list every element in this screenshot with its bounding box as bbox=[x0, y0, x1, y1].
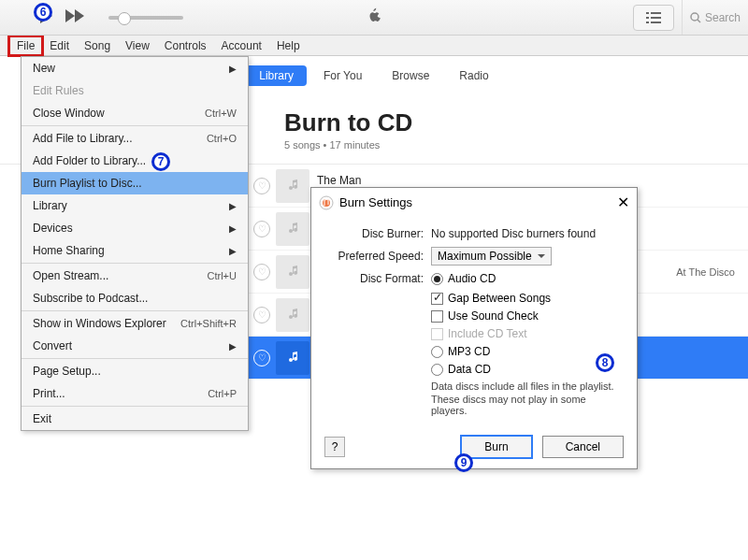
menu-item-close-window[interactable]: Close WindowCtrl+W bbox=[22, 102, 248, 124]
menu-file[interactable]: File bbox=[9, 36, 42, 55]
menu-shortcut: Ctrl+P bbox=[208, 388, 237, 399]
file-dropdown: New▶Edit RulesClose WindowCtrl+WAdd File… bbox=[21, 56, 249, 431]
player-bar: Search bbox=[0, 0, 748, 36]
menu-item-label: New bbox=[33, 62, 55, 75]
annotation-6: 6 bbox=[34, 3, 52, 22]
menu-item-label: Subscribe to Podcast... bbox=[33, 292, 148, 305]
svg-rect-6 bbox=[651, 17, 661, 19]
list-view-button[interactable] bbox=[633, 5, 674, 31]
annotation-8: 8 bbox=[596, 353, 614, 372]
burn-settings-dialog: Burn Settings ✕ Disc Burner: No supporte… bbox=[310, 187, 638, 469]
menu-item-subscribe-to-podcast[interactable]: Subscribe to Podcast... bbox=[22, 287, 248, 309]
svg-point-12 bbox=[323, 199, 330, 207]
tab-browse[interactable]: Browse bbox=[379, 65, 442, 86]
menu-view[interactable]: View bbox=[118, 36, 157, 55]
menu-item-burn-playlist-to-disc[interactable]: Burn Playlist to Disc... bbox=[22, 172, 248, 194]
svg-marker-1 bbox=[65, 9, 75, 22]
menu-edit[interactable]: Edit bbox=[42, 36, 77, 55]
cancel-button[interactable]: Cancel bbox=[542, 436, 624, 458]
menu-item-convert[interactable]: Convert▶ bbox=[22, 335, 248, 357]
gap-label: Gap Between Songs bbox=[448, 292, 551, 305]
tab-radio[interactable]: Radio bbox=[446, 65, 501, 86]
chevron-right-icon: ▶ bbox=[229, 64, 237, 74]
mp3cd-label: MP3 CD bbox=[448, 345, 490, 358]
page-subtitle: 5 songs • 17 minutes bbox=[284, 139, 748, 151]
menu-item-show-in-windows-explorer[interactable]: Show in Windows ExplorerCtrl+Shift+R bbox=[22, 312, 248, 335]
favorite-icon[interactable]: ♡ bbox=[253, 264, 270, 280]
menu-item-library[interactable]: Library▶ bbox=[22, 194, 248, 217]
chevron-right-icon: ▶ bbox=[229, 223, 237, 234]
menu-item-exit[interactable]: Exit bbox=[22, 408, 248, 430]
menu-item-label: Home Sharing bbox=[33, 244, 105, 257]
check-cd-text[interactable] bbox=[431, 328, 443, 340]
menu-song[interactable]: Song bbox=[77, 36, 118, 55]
svg-rect-5 bbox=[646, 17, 649, 19]
svg-rect-8 bbox=[651, 22, 661, 23]
radio-mp3-cd[interactable] bbox=[431, 346, 443, 358]
svg-rect-4 bbox=[651, 12, 661, 14]
radio-data-cd[interactable] bbox=[431, 364, 443, 376]
burner-value: No supported Disc burners found bbox=[431, 227, 596, 240]
check-sound-check[interactable] bbox=[431, 310, 443, 323]
menu-controls[interactable]: Controls bbox=[157, 36, 214, 55]
close-icon[interactable]: ✕ bbox=[617, 194, 629, 211]
menu-item-label: Library bbox=[33, 199, 67, 212]
menu-item-new[interactable]: New▶ bbox=[22, 57, 248, 79]
menu-bar: File Edit Song View Controls Account Hel… bbox=[0, 36, 748, 56]
check-gap[interactable] bbox=[431, 293, 443, 305]
svg-rect-3 bbox=[646, 12, 649, 14]
menu-separator bbox=[22, 358, 248, 359]
chevron-right-icon: ▶ bbox=[229, 246, 237, 256]
cdtext-label: Include CD Text bbox=[448, 327, 527, 340]
menu-item-label: Burn Playlist to Disc... bbox=[33, 177, 142, 190]
favorite-icon[interactable]: ♡ bbox=[253, 221, 270, 237]
fast-forward-icon[interactable] bbox=[65, 9, 86, 26]
menu-item-label: Add File to Library... bbox=[33, 132, 133, 145]
menu-item-label: Exit bbox=[33, 412, 51, 425]
menu-separator bbox=[22, 263, 248, 264]
favorite-icon[interactable]: ♡ bbox=[253, 307, 270, 323]
menu-shortcut: Ctrl+U bbox=[208, 270, 237, 281]
favorite-icon[interactable]: ♡ bbox=[253, 178, 270, 194]
menu-item-add-file-to-library[interactable]: Add File to Library...Ctrl+O bbox=[22, 127, 248, 150]
svg-rect-7 bbox=[646, 22, 649, 23]
menu-help[interactable]: Help bbox=[269, 36, 308, 55]
menu-item-print[interactable]: Print...Ctrl+P bbox=[22, 382, 248, 405]
tab-for-you[interactable]: For You bbox=[310, 65, 375, 86]
menu-item-label: Print... bbox=[33, 387, 65, 400]
song-title: The Man bbox=[317, 174, 361, 187]
soundcheck-label: Use Sound Check bbox=[448, 309, 539, 323]
help-button[interactable]: ? bbox=[324, 437, 345, 457]
tab-library[interactable]: Library bbox=[246, 65, 307, 86]
menu-separator bbox=[22, 406, 248, 407]
datacd-label: Data CD bbox=[448, 363, 491, 376]
album-art-icon bbox=[276, 169, 309, 203]
menu-account[interactable]: Account bbox=[214, 36, 269, 55]
format-label: Disc Format: bbox=[326, 272, 424, 285]
svg-line-10 bbox=[698, 20, 700, 22]
song-artist: At The Disco bbox=[676, 266, 735, 278]
menu-item-devices[interactable]: Devices▶ bbox=[22, 217, 248, 239]
menu-item-open-stream[interactable]: Open Stream...Ctrl+U bbox=[22, 265, 248, 287]
album-art-icon bbox=[276, 212, 309, 246]
volume-slider[interactable] bbox=[108, 16, 183, 20]
menu-item-home-sharing[interactable]: Home Sharing▶ bbox=[22, 239, 248, 262]
speed-select[interactable]: Maximum Possible bbox=[431, 247, 552, 266]
annotation-7: 7 bbox=[151, 152, 170, 171]
svg-point-9 bbox=[691, 13, 698, 21]
menu-separator bbox=[22, 310, 248, 311]
audio-cd-label: Audio CD bbox=[448, 272, 496, 285]
apple-logo-icon bbox=[366, 7, 382, 28]
speed-label: Preferred Speed: bbox=[326, 250, 424, 263]
favorite-icon[interactable]: ♡ bbox=[253, 350, 270, 366]
burn-button[interactable]: Burn bbox=[460, 435, 532, 459]
radio-audio-cd[interactable] bbox=[431, 273, 443, 285]
menu-item-add-folder-to-library[interactable]: Add Folder to Library... bbox=[22, 150, 248, 172]
menu-item-label: Edit Rules bbox=[33, 84, 84, 97]
search-input[interactable]: Search bbox=[682, 0, 748, 35]
menu-item-page-setup[interactable]: Page Setup... bbox=[22, 360, 248, 382]
data-disc-note-2: These discs may not play in some players… bbox=[431, 394, 622, 416]
menu-item-label: Page Setup... bbox=[33, 365, 101, 378]
menu-item-edit-rules: Edit Rules bbox=[22, 79, 248, 102]
search-placeholder: Search bbox=[705, 11, 741, 24]
